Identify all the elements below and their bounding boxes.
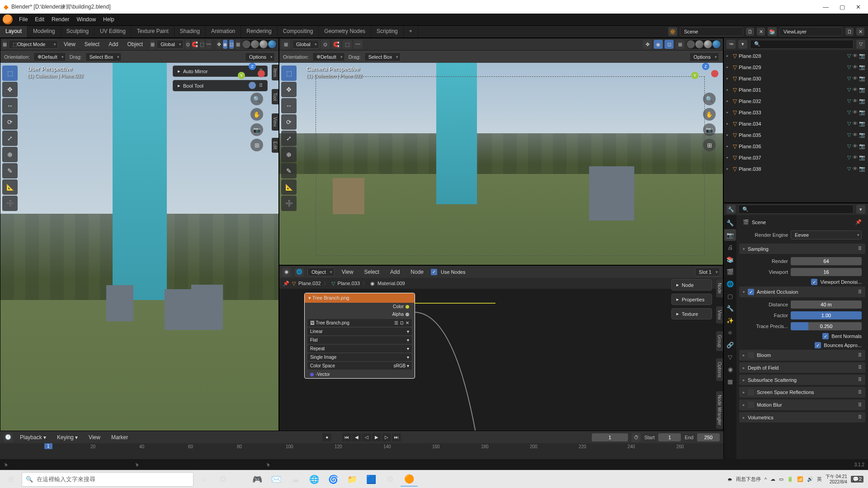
visibility-eye-icon[interactable]: 👁 bbox=[853, 143, 858, 149]
node-output-alpha[interactable]: Alpha bbox=[305, 310, 415, 318]
scene-delete-button[interactable]: ✕ bbox=[757, 28, 765, 36]
gizmo-icon[interactable]: ✥ bbox=[643, 40, 652, 49]
shading-mode-selector[interactable] bbox=[686, 40, 721, 49]
panel-enable-checkbox[interactable]: ✓ bbox=[748, 352, 754, 358]
ao-enable-checkbox[interactable]: ✓ bbox=[748, 289, 754, 295]
editor-type-icon[interactable]: ◉ bbox=[282, 267, 291, 277]
transform-orientation-dropdown[interactable]: ⊕ Default bbox=[33, 52, 66, 61]
node-interpolation-dropdown[interactable]: Linear▾ bbox=[307, 328, 412, 335]
start-button[interactable]: ⊞ bbox=[2, 472, 20, 487]
tab-physics[interactable]: ⚛ bbox=[724, 327, 736, 338]
workspace-tab-animation[interactable]: Animation bbox=[206, 26, 241, 38]
orientation-dropdown[interactable]: Global bbox=[292, 40, 319, 49]
keyframe-prev-icon[interactable]: ◀ bbox=[352, 433, 361, 441]
panel-screen-space-reflections[interactable]: ▸✓Screen Space Reflections⠿ bbox=[739, 387, 865, 398]
visibility-eye-icon[interactable]: 👁 bbox=[853, 64, 858, 70]
transform-orientation-dropdown[interactable]: ⊕ Default bbox=[312, 52, 345, 61]
taskbar-search[interactable]: 🔍 在這裡輸入文字來搜尋 bbox=[22, 472, 193, 487]
menu-window[interactable]: Window bbox=[73, 14, 99, 24]
tab-modifiers[interactable]: 🔧 bbox=[724, 302, 736, 314]
render-engine-dropdown[interactable]: Eevee bbox=[791, 230, 862, 239]
disable-render-icon[interactable]: 📷 bbox=[859, 87, 865, 93]
tab-texture[interactable]: ▦ bbox=[724, 375, 736, 387]
pan-icon[interactable]: ✋ bbox=[250, 108, 263, 121]
npanel-tab-wrangler[interactable]: Node Wrangler bbox=[716, 391, 723, 429]
taskbar-app-blender[interactable]: 🟠 bbox=[401, 472, 418, 487]
outliner-item[interactable]: ▸ ▽ Plane.030 ▽ 👁📷 bbox=[724, 73, 868, 84]
tray-volume-icon[interactable]: 🔊 bbox=[807, 476, 813, 482]
snap-target-icon[interactable]: ⬚ bbox=[200, 40, 204, 49]
disable-render-icon[interactable]: 📷 bbox=[859, 121, 865, 127]
keyframe-next-icon[interactable]: ▷ bbox=[382, 433, 391, 441]
ao-bounces-checkbox[interactable]: ✓ bbox=[815, 342, 821, 348]
visibility-eye-icon[interactable]: 👁 bbox=[853, 132, 858, 138]
current-frame-field[interactable]: 1 bbox=[592, 433, 628, 441]
editor-type-icon[interactable]: 🔧 bbox=[726, 205, 736, 214]
npanel-tab-view[interactable]: View bbox=[272, 113, 278, 131]
perspective-icon[interactable]: ⊞ bbox=[250, 139, 263, 151]
taskbar-app-edge[interactable]: 🌀 bbox=[325, 472, 342, 487]
viewport-samples-field[interactable]: 16 bbox=[791, 268, 862, 276]
axis-y-icon[interactable]: Y bbox=[238, 72, 245, 79]
menu-render[interactable]: Render bbox=[48, 14, 73, 24]
snap-icon[interactable]: 🧲 bbox=[192, 40, 198, 49]
tool-annotate[interactable]: ✎ bbox=[2, 163, 18, 178]
taskbar-app-generic[interactable]: 🟦 bbox=[363, 472, 380, 487]
gizmo-icon[interactable]: ✥ bbox=[217, 40, 221, 49]
jump-end-icon[interactable]: ⏭ bbox=[392, 433, 401, 441]
snap-icon[interactable]: 🧲 bbox=[332, 40, 341, 49]
end-frame-field[interactable]: 250 bbox=[697, 433, 720, 441]
npanel-tab-item[interactable]: Item bbox=[272, 65, 278, 80]
workspace-tab-uv[interactable]: UV Editing bbox=[94, 26, 132, 38]
cortana-icon[interactable]: ○ bbox=[195, 472, 212, 487]
disable-render-icon[interactable]: 📷 bbox=[859, 109, 865, 115]
tool-scale[interactable]: ⤢ bbox=[281, 131, 297, 146]
interaction-mode-dropdown[interactable]: ⬚ Object Mode bbox=[9, 40, 58, 49]
visibility-eye-icon[interactable]: 👁 bbox=[853, 166, 858, 172]
tab-object[interactable]: ▢ bbox=[724, 290, 736, 302]
toggle-wireframe-icon[interactable]: ⊞ bbox=[675, 40, 684, 49]
tool-cursor[interactable]: ✥ bbox=[2, 82, 18, 97]
workspace-tab-add[interactable]: + bbox=[404, 26, 418, 38]
menu-file[interactable]: File bbox=[15, 14, 31, 24]
scene-browse-icon[interactable]: 🔆 bbox=[668, 27, 677, 36]
ao-distance-field[interactable]: 40 m bbox=[791, 300, 862, 309]
zoom-icon[interactable]: 🔍 bbox=[250, 93, 263, 105]
npanel-tab-tool[interactable]: Tool bbox=[272, 89, 278, 104]
panel-enable-checkbox[interactable]: ✓ bbox=[748, 389, 754, 395]
outliner-item[interactable]: ▸ ▽ Plane.038 ▽ 👁📷 bbox=[724, 163, 868, 174]
viewport-main-canvas[interactable] bbox=[0, 63, 278, 488]
maximize-button[interactable]: ▢ bbox=[840, 4, 845, 10]
tray-notifications-icon[interactable]: 💬2 bbox=[851, 476, 863, 483]
viewlayer-browse-icon[interactable]: 📚 bbox=[768, 27, 777, 36]
tool-transform[interactable]: ⊕ bbox=[2, 147, 18, 162]
panel-bloom[interactable]: ▸✓Bloom⠿ bbox=[739, 350, 865, 361]
disable-render-icon[interactable]: 📷 bbox=[859, 53, 865, 59]
shading-mode-selector[interactable] bbox=[242, 40, 277, 49]
tab-particles[interactable]: ✨ bbox=[724, 314, 736, 326]
tray-onedrive-icon[interactable]: ☁ bbox=[770, 476, 775, 482]
scene-name-field[interactable]: Scene bbox=[680, 27, 743, 36]
editor-type-icon[interactable]: ⊞ bbox=[2, 40, 7, 49]
viewlayer-delete-button[interactable]: ✕ bbox=[856, 28, 864, 36]
outliner-search[interactable]: 🔍 bbox=[750, 40, 854, 49]
play-reverse-icon[interactable]: ◁ bbox=[362, 433, 371, 441]
panel-ambient-occlusion[interactable]: ▾✓Ambient Occlusion⠿ bbox=[739, 286, 865, 297]
ao-bent-normals-checkbox[interactable]: ✓ bbox=[822, 333, 829, 339]
taskbar-app-mail[interactable]: ✉️ bbox=[268, 472, 285, 487]
tab-material[interactable]: ◉ bbox=[724, 363, 736, 375]
visibility-eye-icon[interactable]: 👁 bbox=[853, 121, 858, 127]
node-panel-node[interactable]: ▸ Node bbox=[671, 279, 712, 291]
workspace-tab-modeling[interactable]: Modeling bbox=[28, 26, 61, 38]
timeline-menu-marker[interactable]: Marker bbox=[108, 432, 132, 442]
outliner-item[interactable]: ▸ ▽ Plane.032 ▽ 👁📷 bbox=[724, 95, 868, 107]
viewport-menu-select[interactable]: Select bbox=[81, 39, 103, 49]
taskbar-app-chrome[interactable]: 🌐 bbox=[306, 472, 323, 487]
axis-z-icon[interactable]: Z bbox=[702, 63, 709, 70]
shader-object-dropdown[interactable]: Object bbox=[307, 267, 335, 277]
frame-range-icon[interactable]: ⏱ bbox=[632, 433, 641, 442]
workspace-tab-compositing[interactable]: Compositing bbox=[278, 26, 319, 38]
crumb-mesh[interactable]: Plane.033 bbox=[338, 281, 360, 286]
taskbar-app-xbox[interactable]: 🎮 bbox=[249, 472, 266, 487]
disable-render-icon[interactable]: 📷 bbox=[859, 132, 865, 138]
